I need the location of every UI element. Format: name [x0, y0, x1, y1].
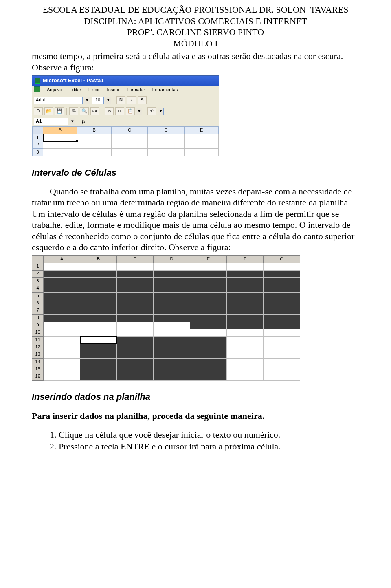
row-header-7[interactable]: 7 [32, 307, 44, 314]
cell[interactable] [117, 263, 154, 270]
cell[interactable] [44, 307, 80, 314]
cell[interactable] [80, 366, 117, 373]
cell[interactable] [44, 285, 80, 292]
select-all-corner[interactable] [33, 127, 43, 134]
cell[interactable] [154, 277, 190, 285]
cell[interactable] [190, 314, 227, 322]
cell[interactable] [80, 292, 117, 300]
cell[interactable] [80, 373, 117, 380]
cell[interactable] [154, 300, 190, 307]
print-preview-icon[interactable]: 🔍 [80, 107, 89, 115]
menu-editar[interactable]: Editar [68, 86, 82, 94]
cell[interactable] [190, 366, 227, 373]
column-header-D[interactable]: D [154, 255, 190, 263]
cell[interactable] [117, 300, 154, 307]
row-header-4[interactable]: 4 [32, 285, 44, 292]
cell[interactable] [264, 336, 300, 344]
cell[interactable] [154, 351, 190, 358]
column-header-F[interactable]: F [227, 255, 264, 263]
cell[interactable] [44, 351, 80, 358]
row-header-11[interactable]: 11 [32, 336, 44, 344]
fx-icon[interactable]: fx [82, 118, 85, 125]
cell[interactable] [227, 358, 264, 366]
cell[interactable] [77, 141, 111, 149]
row-header-14[interactable]: 14 [32, 358, 44, 366]
cell[interactable] [227, 322, 264, 329]
cell[interactable] [117, 351, 154, 358]
cell[interactable] [227, 300, 264, 307]
cell[interactable] [111, 149, 148, 156]
column-header-A[interactable]: A [43, 127, 77, 134]
cell[interactable] [154, 344, 190, 351]
cell[interactable] [190, 277, 227, 285]
menu-exibir[interactable]: Exibir [88, 86, 101, 94]
copy-icon[interactable]: ⧉ [115, 107, 124, 115]
cell[interactable] [117, 336, 154, 344]
column-header-D[interactable]: D [148, 127, 185, 134]
print-icon[interactable]: 🖶 [69, 107, 78, 115]
chevron-down-icon[interactable]: ▾ [70, 118, 75, 125]
cell[interactable] [44, 329, 80, 336]
cell[interactable] [44, 336, 80, 344]
cell[interactable] [227, 373, 264, 380]
cell[interactable] [117, 366, 154, 373]
cell[interactable] [117, 270, 154, 277]
undo-icon[interactable]: ↶ [147, 107, 156, 115]
row-header-6[interactable]: 6 [32, 300, 44, 307]
cell[interactable] [117, 277, 154, 285]
cell[interactable] [264, 373, 300, 380]
cell[interactable] [80, 314, 117, 322]
cell[interactable] [227, 329, 264, 336]
cell[interactable] [117, 285, 154, 292]
cell[interactable] [77, 134, 111, 141]
cell[interactable] [190, 307, 227, 314]
cell[interactable] [117, 322, 154, 329]
cell[interactable] [111, 134, 148, 141]
cell[interactable] [154, 314, 190, 322]
cell[interactable] [80, 344, 117, 351]
cell[interactable] [111, 141, 148, 149]
cell[interactable] [80, 277, 117, 285]
cell[interactable] [264, 344, 300, 351]
cell[interactable] [154, 329, 190, 336]
cell[interactable] [154, 373, 190, 380]
paste-icon[interactable]: 📋 [126, 107, 135, 115]
row-header-3[interactable]: 3 [32, 277, 44, 285]
cell[interactable] [44, 373, 80, 380]
cell[interactable] [185, 141, 219, 149]
cell[interactable] [148, 141, 185, 149]
cell[interactable] [154, 285, 190, 292]
cell[interactable] [148, 149, 185, 156]
row-header-2[interactable]: 2 [33, 141, 43, 149]
cell[interactable] [154, 307, 190, 314]
row-header-10[interactable]: 10 [32, 329, 44, 336]
cell[interactable] [117, 344, 154, 351]
cell[interactable] [190, 358, 227, 366]
spreadsheet-grid-1[interactable]: A B C D E 1 2 3 [32, 126, 219, 156]
cell-active[interactable] [80, 336, 117, 344]
column-header-G[interactable]: G [264, 255, 300, 263]
row-header-8[interactable]: 8 [32, 314, 44, 322]
open-icon[interactable]: 📂 [44, 107, 53, 115]
new-icon[interactable]: 🗋 [34, 107, 43, 115]
italic-button[interactable]: I [127, 96, 136, 104]
cell[interactable] [117, 292, 154, 300]
cell[interactable] [227, 336, 264, 344]
cell[interactable] [154, 292, 190, 300]
cell[interactable] [44, 366, 80, 373]
font-name-field[interactable]: Arial [34, 97, 83, 104]
font-size-field[interactable]: 10 [92, 97, 104, 104]
cell[interactable] [227, 263, 264, 270]
cell[interactable] [154, 358, 190, 366]
cell[interactable] [264, 322, 300, 329]
cell[interactable] [154, 322, 190, 329]
column-header-C[interactable]: C [117, 255, 154, 263]
menu-arquivo[interactable]: Arquivo [46, 86, 63, 94]
row-header-1[interactable]: 1 [32, 263, 44, 270]
cell[interactable] [44, 263, 80, 270]
cell[interactable] [154, 270, 190, 277]
row-header-2[interactable]: 2 [32, 270, 44, 277]
row-header-5[interactable]: 5 [32, 292, 44, 300]
cell[interactable] [185, 134, 219, 141]
row-header-12[interactable]: 12 [32, 344, 44, 351]
